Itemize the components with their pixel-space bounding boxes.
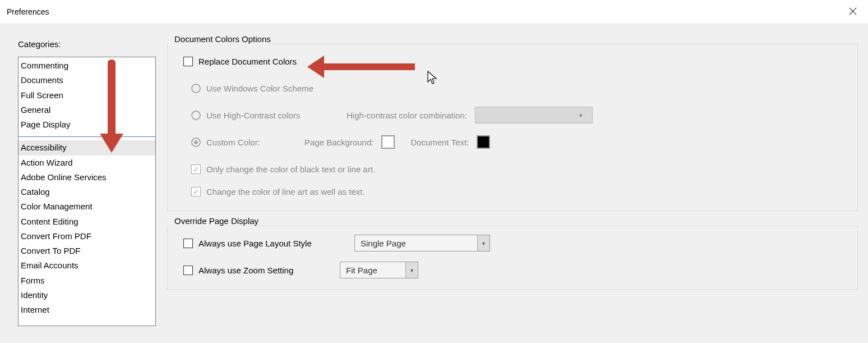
hc-combo[interactable]: ▾ [475,107,593,124]
only-black-checkbox[interactable] [191,164,201,174]
only-black-label: Only change the color of black text or l… [206,164,375,174]
zoom-combo[interactable]: Fit Page ▾ [340,262,418,278]
category-item[interactable]: Full Screen [19,88,155,103]
chevron-down-icon: ▾ [574,112,587,118]
hc-combo-label: High-contrast color combination: [347,111,467,120]
close-button[interactable] [844,4,861,20]
override-page-display-title: Override Page Display [172,216,261,226]
replace-colors-label: Replace Document Colors [198,57,297,66]
custom-color-label: Custom Color: [206,138,304,147]
category-item[interactable]: Convert To PDF [19,244,155,258]
change-lineart-checkbox[interactable] [191,187,201,196]
chevron-down-icon: ▾ [405,262,418,278]
category-item[interactable]: Commenting [19,58,155,73]
close-icon [849,7,857,15]
page-layout-combo[interactable]: Single Page ▾ [354,235,490,251]
change-lineart-label: Change the color of line art as well as … [206,187,365,196]
document-colors-group: Document Colors Options Replace Document… [167,39,858,211]
categories-separator [19,136,155,137]
category-item[interactable]: Internet [19,303,155,317]
zoom-value: Fit Page [346,266,401,275]
always-zoom-checkbox[interactable] [183,266,193,275]
page-bg-label: Page Background: [304,138,373,147]
windows-color-radio[interactable] [191,84,201,93]
category-item[interactable]: Email Accounts [19,258,155,273]
category-item[interactable]: Forms [19,273,155,288]
windows-color-label: Use Windows Color Scheme [206,84,313,93]
document-colors-group-title: Document Colors Options [172,34,273,44]
category-item[interactable]: Action Wizard [19,156,155,170]
categories-listbox[interactable]: CommentingDocumentsFull ScreenGeneralPag… [18,57,156,326]
category-item[interactable]: General [19,103,155,117]
titlebar: Preferences [0,0,868,24]
high-contrast-label: Use High-Contrast colors [206,111,347,120]
category-item[interactable]: Page Display [19,117,155,132]
category-item[interactable]: Color Management [19,199,155,214]
categories-heading: Categories: [18,39,157,49]
category-item[interactable]: Identity [19,288,155,303]
window-title: Preferences [7,7,844,16]
category-item[interactable]: Adobe Online Services [19,170,155,185]
always-layout-checkbox[interactable] [183,239,193,248]
always-layout-label: Always use Page Layout Style [198,239,354,248]
custom-color-radio[interactable] [191,138,201,147]
high-contrast-radio[interactable] [191,111,201,120]
category-item[interactable]: Content Editing [19,214,155,229]
category-item[interactable]: Documents [19,73,155,88]
category-item[interactable]: Accessibility [19,140,155,155]
category-item[interactable]: Catalog [19,185,155,199]
override-page-display-group: Override Page Display Always use Page La… [167,221,858,290]
chevron-down-icon: ▾ [477,235,490,251]
page-bg-swatch[interactable] [381,135,395,149]
replace-colors-checkbox[interactable] [183,57,193,66]
always-zoom-label: Always use Zoom Setting [198,266,340,275]
page-layout-value: Single Page [361,239,473,248]
doc-text-swatch[interactable] [477,135,490,149]
doc-text-label: Document Text: [410,138,469,147]
category-item[interactable]: Convert From PDF [19,229,155,244]
